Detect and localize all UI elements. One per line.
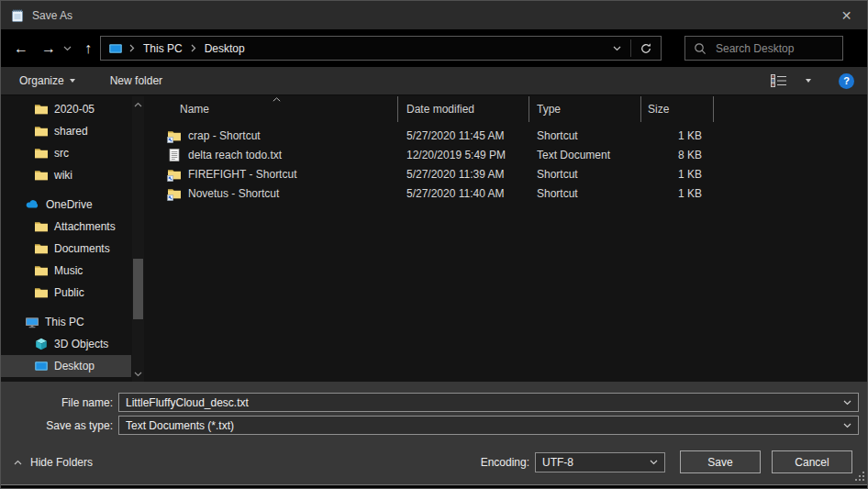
close-icon: ✕ (841, 8, 852, 23)
chevron-down-icon (63, 46, 72, 51)
sidebar-item-onedrive[interactable]: OneDrive (1, 194, 131, 216)
file-row[interactable]: FIREFIGHT - Shortcut5/27/2020 11:39 AMSh… (157, 164, 868, 183)
view-options-button[interactable] (793, 67, 818, 94)
encoding-select[interactable]: UTF-8 (535, 452, 665, 472)
chevron-up-icon (134, 102, 142, 107)
navigation-bar: ← → ↑ This PC Desktop (1, 29, 867, 67)
file-list-header: Name Date modified Type Size (157, 96, 868, 122)
file-name-combo (118, 393, 859, 412)
back-button[interactable]: ← (8, 29, 34, 67)
column-header-size[interactable]: Size (641, 96, 714, 122)
folder-icon (34, 168, 49, 183)
chevron-down-icon (806, 79, 811, 83)
hide-folders-label: Hide Folders (30, 456, 93, 469)
search-icon (694, 42, 707, 55)
folder-icon (34, 285, 49, 300)
scrollbar-thumb[interactable] (133, 259, 143, 319)
toolbar: Organize New folder ? (1, 67, 867, 95)
sidebar-item-desktop[interactable]: Desktop (1, 355, 131, 377)
shortcut-folder-icon (167, 167, 182, 182)
breadcrumb-item-desktop[interactable]: Desktop (203, 42, 247, 55)
sidebar-item-src[interactable]: src (1, 142, 131, 164)
save-as-dialog: Save As ✕ ← → ↑ This PC Desktop (0, 0, 868, 489)
up-button[interactable]: ↑ (76, 29, 100, 67)
refresh-icon (640, 42, 652, 55)
breadcrumb-item-this-pc[interactable]: This PC (141, 42, 184, 55)
sidebar-item-music[interactable]: Music (1, 260, 131, 282)
up-icon: ↑ (84, 40, 92, 57)
help-icon: ? (843, 75, 850, 86)
sidebar-item-shared[interactable]: shared (1, 120, 131, 142)
desktop-location-icon (108, 41, 123, 56)
column-header-filler (714, 96, 868, 122)
save-as-type-select[interactable]: Text Documents (*.txt) (118, 416, 859, 435)
close-button[interactable]: ✕ (826, 1, 867, 29)
chevron-down-icon[interactable] (843, 400, 851, 406)
window-title: Save As (32, 9, 72, 22)
help-button[interactable]: ? (839, 73, 854, 89)
chevron-right-icon (129, 44, 135, 52)
file-row[interactable]: delta reach todo.txt12/20/2019 5:49 PMTe… (157, 145, 868, 164)
details-view-icon (771, 74, 787, 87)
column-header-date-modified[interactable]: Date modified (398, 96, 529, 122)
recent-locations-button[interactable] (60, 29, 74, 67)
text-doc-icon (167, 148, 182, 162)
back-icon: ← (14, 40, 28, 57)
chevron-down-icon (650, 460, 658, 465)
sidebar: 2020-05sharedsrcwikiOneDriveAttachmentsD… (1, 98, 131, 382)
refresh-button[interactable] (631, 37, 661, 60)
encoding-label: Encoding: (432, 456, 529, 469)
file-list: Name Date modified Type Size crap - Shor… (157, 96, 868, 382)
folder-icon (34, 219, 49, 234)
organize-label: Organize (19, 74, 64, 87)
save-button[interactable]: Save (680, 450, 761, 473)
forward-button[interactable]: → (36, 29, 61, 67)
sidebar-item-2020-05[interactable]: 2020-05 (1, 98, 131, 120)
search-input[interactable] (714, 37, 860, 60)
address-dropdown-button[interactable] (603, 37, 630, 60)
file-name-input[interactable] (119, 394, 858, 411)
sidebar-item-this-pc[interactable]: This PC (1, 311, 131, 333)
search-box (684, 36, 843, 61)
hide-folders-button[interactable]: Hide Folders (14, 456, 93, 469)
organize-button[interactable]: Organize (10, 67, 84, 94)
folder-icon (34, 146, 49, 161)
folder-icon (34, 124, 49, 139)
chevron-down-icon (134, 372, 142, 377)
file-row[interactable]: crap - Shortcut5/27/2020 11:45 AMShortcu… (157, 126, 868, 145)
title-bar: Save As ✕ (1, 1, 867, 29)
sidebar-item-3d-objects[interactable]: 3D Objects (1, 333, 131, 355)
address-bar[interactable]: This PC Desktop (100, 36, 662, 61)
shortcut-folder-icon (167, 128, 182, 143)
resize-grip-icon[interactable] (855, 472, 864, 481)
folder-icon (34, 263, 49, 278)
chevron-down-icon (613, 46, 621, 51)
folder-icon (34, 102, 49, 117)
cancel-button[interactable]: Cancel (772, 450, 852, 473)
scroll-up-button[interactable] (132, 98, 144, 110)
window-bottom-edge (1, 484, 867, 489)
new-folder-label: New folder (110, 74, 162, 87)
forward-icon: → (41, 40, 56, 57)
scroll-down-button[interactable] (132, 368, 144, 380)
sidebar-scrollbar[interactable] (132, 96, 144, 382)
sidebar-item-wiki[interactable]: wiki (1, 164, 131, 186)
pc-icon (25, 315, 39, 329)
chevron-down-icon (843, 423, 851, 428)
file-row[interactable]: Novetus - Shortcut5/27/2020 11:40 AMShor… (157, 183, 868, 203)
folder-icon (34, 241, 49, 256)
column-header-name[interactable]: Name (157, 96, 398, 122)
sort-ascending-icon (273, 97, 281, 102)
cloud-icon (25, 197, 40, 212)
change-view-button[interactable] (765, 67, 793, 94)
column-header-type[interactable]: Type (529, 96, 641, 122)
footer-bar: Hide Folders Encoding: UTF-8 Save Cancel (1, 441, 867, 484)
desktop-icon (34, 359, 49, 373)
new-folder-button[interactable]: New folder (101, 67, 172, 94)
cube-icon (34, 337, 49, 351)
sidebar-item-attachments[interactable]: Attachments (1, 216, 131, 238)
sidebar-item-documents[interactable]: Documents (1, 238, 131, 260)
chevron-up-icon (14, 460, 22, 465)
shortcut-folder-icon (167, 186, 182, 201)
sidebar-item-public[interactable]: Public (1, 282, 131, 304)
